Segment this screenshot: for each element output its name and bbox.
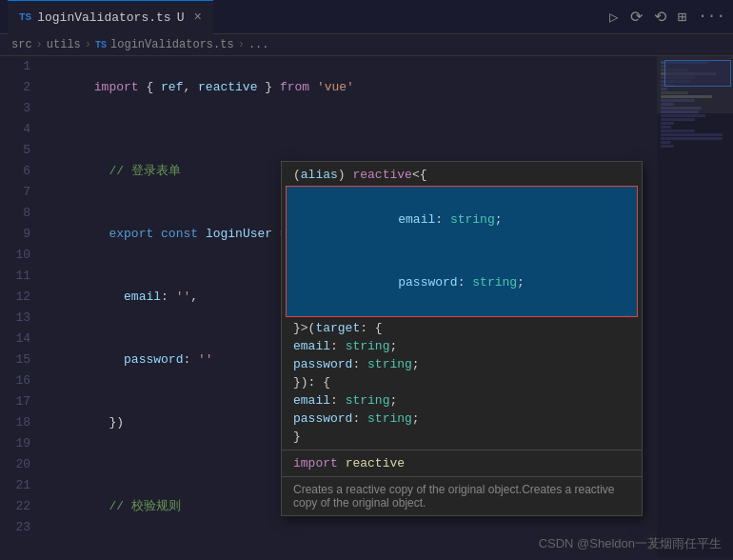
code-line: import { ref, reactive } from 'vue'	[50, 56, 657, 119]
editor: 1 2 3 4 5 6 7 8 9 10 11 12 13 14 15 16 1…	[0, 56, 733, 557]
tab-modified: U	[177, 10, 185, 25]
ts-icon: TS	[19, 11, 31, 23]
code-area[interactable]: import { ref, reactive } from 'vue' // 登…	[38, 56, 657, 557]
breadcrumb-utils[interactable]: utils	[47, 38, 81, 51]
breadcrumb-src[interactable]: src	[11, 38, 32, 51]
watermark: CSDN @Sheldon一茇烟雨任平生	[539, 535, 722, 552]
autocomplete-item: }): {	[282, 373, 642, 391]
breadcrumb-file[interactable]: loginValidators.ts	[110, 38, 234, 51]
refresh-icon[interactable]: ⟳	[630, 8, 643, 27]
title-bar: TS loginValidators.ts U × ▷ ⟳ ⟲ ⊞ ···	[0, 0, 733, 34]
more-icon[interactable]: ···	[698, 8, 725, 27]
autocomplete-import-line: import reactive	[282, 454, 642, 472]
autocomplete-item: password: string;	[282, 355, 642, 373]
breadcrumb: src › utils › TS loginValidators.ts › ..…	[0, 34, 733, 56]
autocomplete-highlighted-line2: password: string;	[294, 251, 629, 314]
autocomplete-highlighted-line1: email: string;	[294, 189, 629, 251]
autocomplete-item: email: string;	[282, 391, 642, 410]
tab-close-button[interactable]: ×	[193, 10, 201, 25]
autocomplete-item: email: string;	[282, 337, 642, 355]
autocomplete-main: (alias) reactive<{ email: string; passwo…	[282, 162, 642, 476]
autocomplete-popup[interactable]: (alias) reactive<{ email: string; passwo…	[281, 161, 643, 516]
line-numbers: 1 2 3 4 5 6 7 8 9 10 11 12 13 14 15 16 1…	[0, 56, 38, 557]
title-bar-actions: ▷ ⟳ ⟲ ⊞ ···	[609, 8, 725, 27]
file-tab[interactable]: TS loginValidators.ts U ×	[8, 0, 213, 34]
autocomplete-item: password: string;	[282, 410, 642, 428]
autocomplete-item: }	[282, 428, 642, 446]
run-icon[interactable]: ▷	[609, 8, 619, 27]
autocomplete-divider	[282, 450, 642, 450]
code-line	[50, 119, 657, 140]
tab-label: loginValidators.ts	[37, 10, 170, 25]
autocomplete-item: }>(target: {	[282, 319, 642, 337]
back-icon[interactable]: ⟲	[654, 8, 666, 27]
minimap-preview	[664, 60, 731, 87]
minimap[interactable]	[657, 56, 733, 557]
autocomplete-description: Creates a reactive copy of the original …	[282, 476, 642, 515]
layout-icon[interactable]: ⊞	[678, 8, 687, 27]
autocomplete-highlighted[interactable]: email: string; password: string;	[286, 186, 638, 317]
breadcrumb-more: ...	[248, 38, 269, 51]
autocomplete-header: (alias) reactive<{	[282, 166, 642, 184]
